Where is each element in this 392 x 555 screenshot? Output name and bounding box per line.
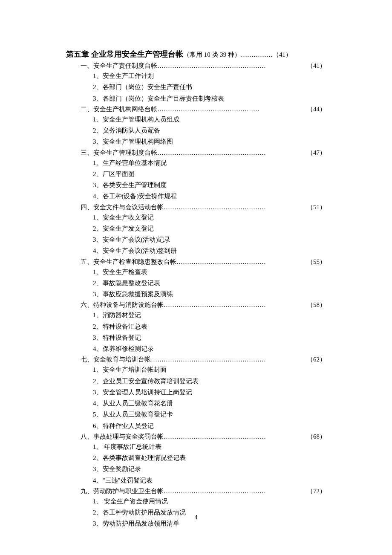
toc-item: 2、特种设备汇总表 [93,322,326,332]
toc-item: 1、生产经营单位基本情况 [93,158,326,168]
section-page: （55） [307,258,326,266]
toc-item: 1、 安全生产资金使用情况 [93,497,326,506]
section-label: 二、安全生产机构网络台帐 [81,105,157,113]
section-leader: ………………………………………… [164,488,307,495]
section-label: 一、安全生产责任制度台帐 [81,62,157,70]
chapter-page: （41） [273,51,292,59]
toc-item: 1、消防器材登记 [93,310,326,320]
section-page: （44） [307,105,326,113]
section-label: 三、安全生产管理制度台帐 [81,149,157,157]
toc-item: 4、安全生产会议(活动)签到册 [93,246,326,256]
toc-item: 3、安全生产管理机构网络图 [93,137,326,147]
section-leader: …………………………………………… [157,149,307,156]
section-page: （47） [307,149,326,157]
chapter-suffix: （常用 10 类 39 种） [183,51,241,59]
chapter-leader: …………… [241,51,273,58]
section-leader: ………………………………………… [164,204,307,211]
toc-item: 2、义务消防队人员配备 [93,126,326,136]
section-page: （58） [307,301,326,309]
toc-item: 4、保养维修检测记录 [93,344,326,354]
toc-item: 2、事故隐患整改登记表 [93,278,326,288]
section-heading-line: 九、劳动防护与职业卫生台帐…………………………………………（72） [81,487,326,495]
toc-item: 2、安全生产发文登记 [93,224,326,234]
toc-item: 2、各部门（岗位）安全生产责任书 [93,82,326,92]
toc-item: 3、各部门（岗位）安全生产目标责任制考核表 [93,94,326,104]
section-heading-line: 四、安全文件与会议活动台帐…………………………………………（51） [81,203,326,211]
toc-item: 2、厂区平面图 [93,169,326,179]
toc-item: 1、安全生产工作计划 [93,71,326,81]
section-leader: ………………………………………… [164,433,307,440]
section-leader: ………………………………………… [164,301,307,309]
toc-item: 3、安全生产会议(活动)记录 [93,235,326,245]
toc-item: 4、从业人员三级教育花名册 [93,399,326,408]
section-leader: …………………………………… [176,258,307,266]
sections-container: 一、安全生产责任制度台帐 ……………………………………………（41）1、安全生产… [66,62,326,529]
section-label: 七、安全教育与培训台帐 [81,356,151,364]
toc-item: 3、安全奖励记录 [93,464,326,474]
section-label: 四、安全文件与会议活动台帐 [81,203,164,211]
section-leader: ………………………………………… [157,106,307,113]
section-heading-line: 五、安全生产检查和隐患整改台帐……………………………………（55） [81,258,326,266]
chapter-title: 第五章 企业常用安全生产管理台帐 [66,49,183,59]
section-leader: ……………………………………………… [151,356,307,363]
section-page: （51） [307,203,326,211]
section-heading-line: 三、安全生产管理制度台帐 ……………………………………………（47） [81,149,326,157]
toc-item: 2、企业员工安全宣传教育培训登记表 [93,376,326,386]
toc-item: 3、各类安全生产管理制度 [93,180,326,190]
toc-content: 第五章 企业常用安全生产管理台帐 （常用 10 类 39 种） …………… （4… [0,0,392,529]
toc-item: 3、事故应急救援预案及演练 [93,289,326,299]
section-label: 九、劳动防护与职业卫生台帐 [81,487,164,495]
section-page: （68） [307,433,326,441]
toc-item: 1、安全生产培训台帐封面 [93,365,326,375]
section-heading-line: 二、安全生产机构网络台帐 …………………………………………（44） [81,105,326,113]
toc-item: 6、特种作业人员登记 [93,421,326,431]
toc-item: 1、 年度事故汇总统计表 [93,442,326,452]
section-page: （62） [307,356,326,364]
toc-item: 1、安全生产检查表 [93,267,326,277]
toc-item: 2、各类事故调查处理情况登记表 [93,453,326,463]
section-label: 五、安全生产检查和隐患整改台帐 [81,258,176,266]
toc-item: 4、各工种(设备)安全操作规程 [93,191,326,201]
toc-item: 3、特种设备登记 [93,333,326,343]
toc-item: 3、安全管理人员培训持证上岗登记 [93,387,326,397]
section-heading-line: 七、安全教育与培训台帐………………………………………………（62） [81,356,326,364]
toc-item: 1、安全生产管理机构人员组成 [93,115,326,124]
section-leader: …………………………………………… [157,62,307,69]
toc-item: 4、"三违"处罚登记表 [93,476,326,486]
section-page: （41） [307,62,326,70]
page-number: 4 [0,514,392,521]
chapter-heading-line: 第五章 企业常用安全生产管理台帐 （常用 10 类 39 种） …………… （4… [66,49,326,59]
section-label: 八、事故处理与安全奖罚台帐 [81,433,164,441]
section-page: （72） [307,487,326,495]
section-heading-line: 一、安全生产责任制度台帐 ……………………………………………（41） [81,62,326,70]
toc-item: 5、从业人员三级教育登记卡 [93,410,326,419]
toc-item: 1、安全生产收文登记 [93,213,326,223]
section-heading-line: 六、特种设备与消防设施台帐…………………………………………（58） [81,301,326,309]
section-label: 六、特种设备与消防设施台帐 [81,301,164,309]
section-heading-line: 八、事故处理与安全奖罚台帐…………………………………………（68） [81,433,326,441]
